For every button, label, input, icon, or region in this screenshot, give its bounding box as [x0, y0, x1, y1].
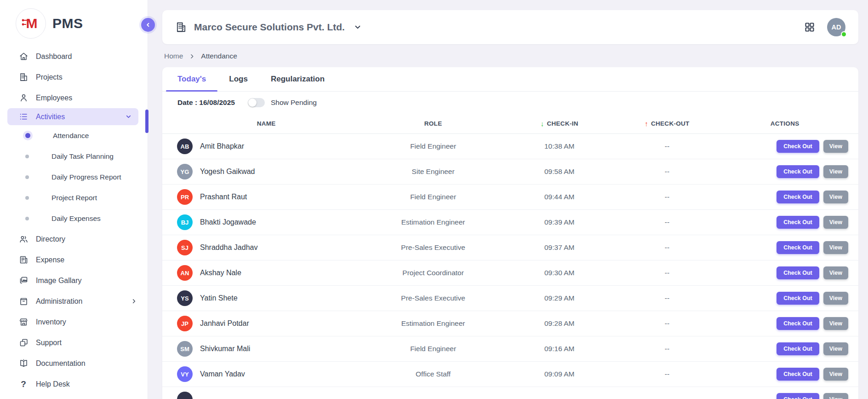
apps-grid-icon[interactable] — [804, 22, 815, 33]
employee-role: Field Engineer — [361, 193, 505, 201]
tab-today-s[interactable]: Today's — [166, 67, 217, 91]
app-name: PMS — [52, 16, 83, 31]
people-icon — [18, 234, 29, 244]
company-logo-icon: M — [16, 8, 46, 39]
check-out-button[interactable]: Check Out — [777, 292, 819, 305]
view-button[interactable]: View — [823, 216, 848, 229]
table-body: ABAmit BhapkarField Engineer10:38 AM--Ch… — [162, 134, 858, 399]
sidebar-item-employees[interactable]: Employees — [0, 87, 148, 108]
table-row: Check OutView — [162, 387, 858, 399]
view-button[interactable]: View — [823, 140, 848, 153]
breadcrumb-home[interactable]: Home — [164, 52, 183, 60]
sidebar-subitem-label: Project Report — [51, 194, 97, 202]
check-out-button[interactable]: Check Out — [777, 216, 819, 229]
top-header-bar: Marco Secure Solutions Pvt. Ltd. AD — [162, 10, 858, 44]
user-avatar[interactable]: AD — [827, 18, 845, 36]
app-logo[interactable]: M PMS — [0, 0, 148, 46]
list-icon — [18, 112, 29, 122]
check-out-button[interactable]: Check Out — [777, 342, 819, 355]
sidebar-item-label: Directory — [36, 235, 65, 243]
employee-name: Janhavi Potdar — [200, 319, 249, 328]
view-button[interactable]: View — [823, 165, 848, 178]
employee-cell — [171, 392, 361, 399]
tabs: Today'sLogsRegularization — [162, 67, 858, 92]
sidebar-item-help-desk[interactable]: ?Help Desk — [0, 374, 148, 394]
sidebar-nav: DashboardProjectsEmployeesActivitiesAtte… — [0, 46, 148, 394]
show-pending-toggle[interactable] — [248, 98, 265, 107]
row-actions: Check OutView — [720, 317, 849, 330]
toggle-knob — [248, 98, 257, 107]
sidebar-item-projects[interactable]: Projects — [0, 67, 148, 87]
sidebar-subitem-project-report[interactable]: Project Report — [0, 187, 148, 208]
sidebar-subitem-attendance[interactable]: Attendance — [0, 125, 148, 146]
sidebar-item-label: Projects — [36, 73, 63, 81]
sort-arrow-up-icon: ↑ — [645, 120, 648, 127]
view-button[interactable]: View — [823, 368, 848, 381]
view-button[interactable]: View — [823, 292, 848, 305]
online-status-dot — [841, 31, 847, 37]
employee-role: Estimation Engineer — [361, 218, 505, 226]
view-button[interactable]: View — [823, 342, 848, 355]
row-actions: Check OutView — [720, 191, 849, 203]
employee-role: Pre-Sales Executive — [361, 243, 505, 252]
active-section-indicator — [145, 110, 148, 133]
employee-cell: SMShivkumar Mali — [171, 341, 361, 357]
company-selector[interactable]: Marco Secure Solutions Pvt. Ltd. — [175, 21, 362, 33]
sidebar-item-dashboard[interactable]: Dashboard — [0, 46, 148, 67]
sidebar-item-label: Inventory — [36, 318, 66, 326]
sort-arrow-down-icon: ↓ — [541, 120, 544, 127]
table-row: BJBhakti JogawadeEstimation Engineer09:3… — [162, 210, 858, 235]
row-actions: Check OutView — [720, 368, 849, 381]
employee-role: Field Engineer — [361, 142, 505, 150]
attendance-card: Today'sLogsRegularization Date : 16/08/2… — [162, 67, 858, 399]
question-icon: ? — [18, 379, 29, 389]
employee-role: Field Engineer — [361, 345, 505, 353]
check-out-button[interactable]: Check Out — [777, 165, 819, 178]
check-out-time: -- — [614, 319, 721, 328]
employee-name: Shraddha Jadhav — [200, 243, 257, 252]
breadcrumb: Home Attendance — [162, 44, 858, 67]
sidebar-item-directory[interactable]: Directory — [0, 229, 148, 249]
employee-cell: PRPrashant Raut — [171, 189, 361, 205]
check-in-time: 09:09 AM — [505, 370, 614, 378]
date-label: Date : 16/08/2025 — [177, 98, 235, 107]
sidebar-item-expense[interactable]: Expense — [0, 249, 148, 270]
check-out-button[interactable]: Check Out — [777, 368, 819, 381]
home-icon — [18, 52, 29, 62]
row-actions: Check OutView — [720, 342, 849, 355]
sidebar-item-image-gallary[interactable]: Image Gallary — [0, 270, 148, 291]
sidebar-subitem-daily-progress-report[interactable]: Daily Progress Report — [0, 167, 148, 187]
column-check-out[interactable]: ↑ CHECK-OUT — [614, 120, 721, 127]
view-button[interactable]: View — [823, 266, 848, 279]
employee-role: Estimation Engineer — [361, 319, 505, 328]
row-actions: Check OutView — [720, 266, 849, 279]
check-out-button[interactable]: Check Out — [777, 191, 819, 203]
check-out-button[interactable]: Check Out — [777, 140, 819, 153]
sidebar-item-activities[interactable]: Activities — [7, 108, 138, 125]
view-button[interactable]: View — [823, 241, 848, 254]
check-out-button[interactable]: Check Out — [777, 266, 819, 279]
view-button[interactable]: View — [823, 191, 848, 203]
column-check-in[interactable]: ↓ CHECK-IN — [505, 120, 614, 127]
check-out-button[interactable]: Check Out — [777, 317, 819, 330]
sidebar-item-documentation[interactable]: Documentation — [0, 353, 148, 374]
sidebar-item-inventory[interactable]: Inventory — [0, 312, 148, 332]
tab-logs[interactable]: Logs — [217, 67, 259, 91]
employee-avatar: SJ — [177, 240, 193, 255]
check-out-button[interactable]: Check Out — [777, 393, 819, 399]
sidebar-item-support[interactable]: Support — [0, 332, 148, 353]
tab-regularization[interactable]: Regularization — [259, 67, 336, 91]
check-out-time: -- — [614, 370, 721, 378]
sidebar-subitem-daily-expenses[interactable]: Daily Expenses — [0, 208, 148, 229]
sidebar-collapse-button[interactable] — [141, 18, 155, 32]
view-button[interactable]: View — [823, 317, 848, 330]
check-out-button[interactable]: Check Out — [777, 241, 819, 254]
view-button[interactable]: View — [823, 393, 848, 399]
employee-name: Yogesh Gaikwad — [200, 168, 255, 176]
gallery-icon — [18, 276, 29, 286]
sidebar-item-label: Help Desk — [36, 380, 70, 388]
sidebar-item-label: Documentation — [36, 359, 86, 368]
check-in-time: 09:16 AM — [505, 345, 614, 353]
sidebar-item-administration[interactable]: Administration — [0, 291, 148, 312]
sidebar-subitem-daily-task-planning[interactable]: Daily Task Planning — [0, 146, 148, 167]
